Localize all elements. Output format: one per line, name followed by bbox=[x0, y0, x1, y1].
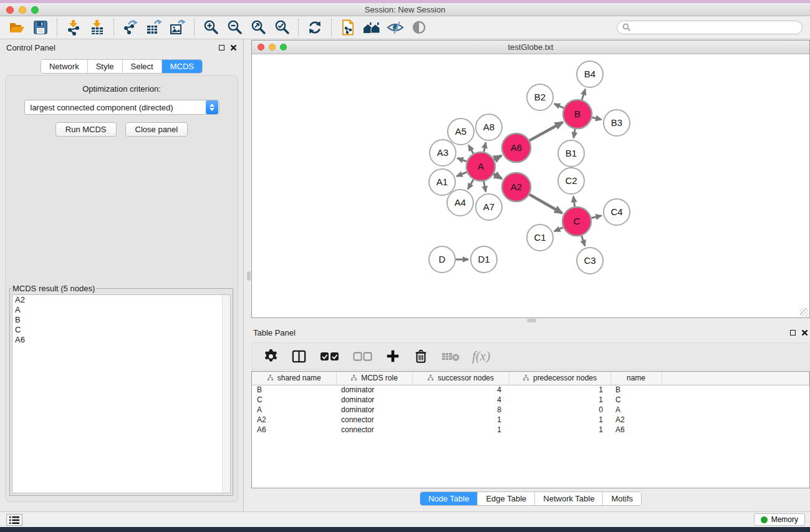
node-B3[interactable]: B3 bbox=[604, 110, 630, 136]
node-A7[interactable]: A7 bbox=[476, 194, 502, 220]
show-graphics-button[interactable] bbox=[407, 18, 431, 37]
node-A4[interactable]: A4 bbox=[447, 190, 473, 216]
table-row[interactable]: A2connector11A2 bbox=[252, 415, 809, 425]
result-list-item[interactable]: A bbox=[12, 305, 230, 315]
edge-B-B1[interactable] bbox=[574, 129, 575, 138]
search-box[interactable] bbox=[617, 21, 803, 34]
tab-node-table[interactable]: Node Table bbox=[420, 492, 478, 505]
search-input[interactable] bbox=[634, 23, 797, 32]
float-panel-icon[interactable] bbox=[219, 45, 224, 51]
column-header-MCDS-role[interactable]: MCDS role bbox=[336, 372, 412, 385]
node-C[interactable]: C bbox=[562, 207, 591, 236]
tab-select[interactable]: Select bbox=[123, 60, 162, 73]
table-row[interactable]: A6connector11A6 bbox=[252, 425, 809, 435]
column-header-successor-nodes[interactable]: successor nodes bbox=[412, 372, 509, 385]
edge-C-C2[interactable] bbox=[573, 196, 574, 206]
show-column-button[interactable] bbox=[290, 347, 307, 365]
node-A6[interactable]: A6 bbox=[502, 133, 531, 162]
table-row[interactable]: Adominator80A bbox=[252, 405, 809, 415]
table-settings-button[interactable] bbox=[262, 347, 279, 365]
zoom-in-button[interactable] bbox=[199, 18, 223, 37]
network-window-titlebar[interactable]: testGlobe.txt bbox=[252, 41, 809, 54]
edge-A-A8[interactable] bbox=[484, 143, 486, 152]
task-history-button[interactable] bbox=[6, 514, 22, 526]
export-image-button[interactable] bbox=[166, 18, 190, 37]
edge-A-A6[interactable] bbox=[494, 156, 501, 160]
edge-A-A5[interactable] bbox=[468, 145, 473, 154]
result-list-item[interactable]: A6 bbox=[12, 335, 230, 345]
node-C4[interactable]: C4 bbox=[604, 199, 630, 225]
node-A8[interactable]: A8 bbox=[476, 114, 502, 140]
zoom-selected-button[interactable] bbox=[270, 18, 294, 37]
node-C1[interactable]: C1 bbox=[527, 225, 553, 251]
delete-column-button[interactable] bbox=[412, 347, 430, 365]
refresh-button[interactable] bbox=[303, 18, 327, 37]
column-header-shared-name[interactable]: shared name bbox=[252, 372, 336, 385]
home-button[interactable] bbox=[360, 18, 383, 37]
edge-C-C4[interactable] bbox=[591, 216, 601, 218]
add-column-button[interactable] bbox=[384, 347, 402, 365]
node-C2[interactable]: C2 bbox=[558, 168, 584, 194]
column-header-predecessor-nodes[interactable]: predecessor nodes bbox=[509, 372, 610, 385]
node-A3[interactable]: A3 bbox=[430, 140, 456, 166]
zoom-fit-button[interactable] bbox=[246, 18, 270, 37]
network-canvas[interactable]: B4B2BB3B1A5A8A6A3AA1A4A7A2C2C4CC1C3DD1 bbox=[252, 54, 809, 317]
result-list-item[interactable]: B bbox=[12, 315, 230, 325]
edge-C-C1[interactable] bbox=[554, 228, 563, 231]
network-from-document-button[interactable] bbox=[336, 18, 360, 37]
network-graph-svg[interactable]: B4B2BB3B1A5A8A6A3AA1A4A7A2C2C4CC1C3DD1 bbox=[252, 54, 809, 317]
node-C3[interactable]: C3 bbox=[577, 248, 603, 274]
node-A[interactable]: A bbox=[466, 152, 495, 181]
tab-style[interactable]: Style bbox=[88, 60, 123, 73]
deselect-all-button[interactable] bbox=[351, 347, 374, 365]
edge-A-A7[interactable] bbox=[484, 181, 486, 192]
node-A2[interactable]: A2 bbox=[502, 173, 531, 201]
open-session-button[interactable] bbox=[5, 18, 29, 37]
edge-B-B4[interactable] bbox=[582, 89, 585, 100]
node-B2[interactable]: B2 bbox=[527, 84, 553, 110]
column-header-name[interactable]: name bbox=[610, 372, 662, 385]
table-row[interactable]: Bdominator41B bbox=[252, 385, 809, 395]
result-list-item[interactable]: A2 bbox=[12, 295, 230, 305]
export-network-button[interactable] bbox=[118, 18, 142, 37]
close-panel-button[interactable]: Close panel bbox=[125, 122, 188, 137]
close-table-panel-icon[interactable] bbox=[801, 329, 808, 336]
import-table-button[interactable] bbox=[85, 18, 109, 37]
edge-A6-B[interactable] bbox=[529, 122, 562, 140]
node-A5[interactable]: A5 bbox=[448, 118, 474, 145]
node-B1[interactable]: B1 bbox=[558, 140, 584, 167]
result-list-item[interactable]: C bbox=[12, 325, 230, 335]
tab-motifs[interactable]: Motifs bbox=[603, 492, 641, 505]
zoom-out-button[interactable] bbox=[223, 18, 246, 37]
node-B[interactable]: B bbox=[563, 100, 592, 128]
edge-A-A1[interactable] bbox=[456, 172, 467, 177]
node-D[interactable]: D bbox=[429, 246, 455, 273]
node-D1[interactable]: D1 bbox=[471, 246, 497, 273]
result-scrollbar-track[interactable] bbox=[222, 295, 230, 493]
edge-A-A3[interactable] bbox=[458, 158, 467, 162]
hide-graphics-button[interactable] bbox=[383, 18, 407, 37]
tab-mcds[interactable]: MCDS bbox=[162, 60, 202, 73]
export-table-button[interactable] bbox=[142, 18, 166, 37]
tab-edge-table[interactable]: Edge Table bbox=[478, 492, 535, 505]
close-panel-icon[interactable] bbox=[230, 44, 237, 51]
float-table-panel-icon[interactable] bbox=[790, 330, 796, 336]
run-mcds-button[interactable]: Run MCDS bbox=[55, 122, 117, 137]
edge-A-A2[interactable] bbox=[494, 174, 502, 179]
horizontal-scrollbar-thumb[interactable] bbox=[527, 319, 536, 322]
save-session-button[interactable] bbox=[29, 18, 52, 37]
vertical-scrollbar-thumb[interactable] bbox=[247, 271, 251, 281]
tab-network-table[interactable]: Network Table bbox=[535, 492, 603, 505]
criterion-dropdown[interactable]: largest connected component (directed) bbox=[24, 100, 219, 115]
edge-B-B3[interactable] bbox=[592, 117, 601, 119]
resize-grip[interactable] bbox=[800, 308, 808, 316]
node-B4[interactable]: B4 bbox=[577, 61, 603, 87]
import-network-button[interactable] bbox=[62, 18, 85, 37]
memory-button[interactable]: Memory bbox=[754, 513, 805, 526]
edge-B-B2[interactable] bbox=[554, 104, 564, 108]
node-A1[interactable]: A1 bbox=[429, 169, 455, 195]
table-row[interactable]: Cdominator41C bbox=[252, 395, 809, 405]
tab-network[interactable]: Network bbox=[41, 60, 88, 73]
edge-A-A4[interactable] bbox=[468, 180, 473, 189]
select-all-button[interactable] bbox=[318, 347, 340, 365]
